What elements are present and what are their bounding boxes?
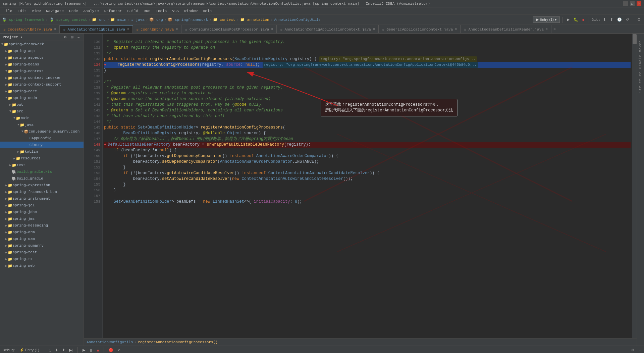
tree-spring-test[interactable]: ▶ 📁 spring-test [0, 249, 84, 256]
tree-spring-instrument[interactable]: ▶ 📁 spring-instrument [0, 195, 84, 202]
breadcrumb-class[interactable]: AnnotationConfigUtils [87, 340, 133, 344]
git-push[interactable]: ⬆ [609, 17, 614, 22]
sidebar-expand[interactable]: ⊞ [69, 35, 75, 40]
tab-close-icon[interactable]: × [373, 28, 375, 31]
right-scrollbar[interactable] [632, 34, 637, 338]
debug-button[interactable]: 🐛 [572, 17, 580, 22]
step-over[interactable]: ⤵ [48, 348, 52, 353]
tree-out[interactable]: ▶ 📁 out [0, 101, 84, 108]
tree-spring-sumarry[interactable]: ▶ 📁 spring-sumarry [0, 242, 84, 249]
tree-spring-aop[interactable]: ▶ 📁 spring-aop [0, 48, 84, 54]
bc-springframework[interactable]: 📦 springframework [168, 17, 208, 22]
bc-src[interactable]: 📁 src [92, 17, 105, 22]
maximize-button[interactable]: □ [630, 1, 635, 6]
menu-edit[interactable]: Edit [15, 8, 28, 14]
menu-run[interactable]: Run [142, 8, 152, 14]
git-update[interactable]: ⬇ [602, 17, 607, 22]
bc-java[interactable]: ☕ java [131, 17, 145, 22]
tab-codestudy-entry[interactable]: ☕ codestudy\Entry.java × [0, 25, 60, 33]
tree-spring-framework[interactable]: ▼ 📁 spring-framework [0, 41, 84, 48]
bc-org[interactable]: 📦 org [149, 17, 163, 22]
tree-java[interactable]: ▼ 📁 java [0, 121, 84, 128]
tab-close-icon[interactable]: × [546, 28, 548, 31]
bc-spring-context[interactable]: 🍃 spring-context [49, 17, 87, 22]
tree-spring-orm[interactable]: ▶ 📁 spring-orm [0, 229, 84, 236]
tree-appconfig[interactable]: ▶ C AppConfig [0, 135, 84, 142]
menu-code[interactable]: Code [67, 8, 80, 14]
tree-resources[interactable]: ▶ 📁 resources [0, 155, 84, 162]
tree-spring-jcl[interactable]: ▶ 📁 spring-jcl [0, 202, 84, 209]
bc-context[interactable]: 📁 context [213, 17, 235, 22]
sidebar-collapse[interactable]: – [76, 35, 81, 40]
tree-spring-web[interactable]: ▶ 📁 spring-web [0, 262, 84, 269]
menu-build[interactable]: Build [125, 8, 140, 14]
menu-tools[interactable]: Tools [154, 8, 169, 14]
mute-breakpoints[interactable]: ⊘ [117, 347, 121, 353]
entry-button[interactable]: ▶ Entry (1) ▾ [533, 16, 560, 23]
play-button[interactable]: ▶ [566, 17, 571, 22]
scrollbar-thumb[interactable] [633, 34, 637, 44]
pause[interactable]: ⏸ [89, 348, 94, 353]
tree-src[interactable]: ▼ 📁 src [0, 108, 84, 115]
tree-spring-core[interactable]: ▶ 📁 spring-core [0, 88, 84, 95]
sidebar-gear[interactable]: ⚙ [62, 35, 68, 40]
menu-file[interactable]: File [1, 8, 14, 14]
menu-analyze[interactable]: Analyze [81, 8, 101, 14]
tree-spring-oxm[interactable]: ▶ 📁 spring-oxm [0, 236, 84, 242]
tree-spring-jdbc[interactable]: ▶ 📁 spring-jdbc [0, 209, 84, 215]
tab-close-icon[interactable]: × [127, 28, 129, 31]
settings-debug[interactable]: ⚙ [631, 347, 635, 353]
tree-spring-framework-bom[interactable]: ▶ 📁 spring-framework-bom [0, 189, 84, 195]
structure-label[interactable]: Structure [639, 71, 642, 93]
tab-close-icon[interactable]: × [176, 28, 178, 31]
maven-label[interactable]: Maven [639, 40, 642, 52]
stop-button[interactable]: ■ [581, 17, 586, 22]
tree-spring-csdn[interactable]: ▼ 📁 spring-csdn [0, 95, 84, 101]
tab-genericapplicationcontext[interactable]: ☕ GenericApplicationContext.java × [379, 25, 461, 33]
tree-spring-context[interactable]: ▼ 📁 spring-context [0, 68, 84, 74]
menu-help[interactable]: Help [201, 8, 214, 14]
run-to-cursor[interactable]: ▶| [68, 347, 73, 353]
debug-entry-btn[interactable]: ⚡ Entry (1) [19, 347, 40, 353]
tree-entry[interactable]: ▶ C Entry [0, 142, 84, 148]
tree-spring-context-support[interactable]: ▶ 📁 spring-context-support [0, 81, 84, 88]
tab-csdn-entry[interactable]: ☕ csdn\Entry.java × [133, 25, 181, 33]
tree-package[interactable]: ▼ 📦 com.eugene.sumarry.csdn [0, 128, 84, 135]
menu-refactor[interactable]: Refactor [102, 8, 124, 14]
tab-configurationclasspostprocessor[interactable]: ☕ ConfigurationClassPostProcessor.java × [181, 25, 277, 33]
tree-spring-tx[interactable]: ▶ 📁 spring-tx [0, 256, 84, 262]
code-editor[interactable]: 130 131 132 133 134 135 136 137 138 139 … [84, 34, 637, 338]
menu-window[interactable]: Window [182, 8, 200, 14]
tree-spring-context-indexer[interactable]: ▶ 📁 spring-context-indexer [0, 74, 84, 81]
tree-main[interactable]: ▼ 📁 main [0, 115, 84, 121]
more-tabs[interactable]: » [551, 27, 558, 32]
minimize-debug[interactable]: – [638, 348, 641, 353]
git-history[interactable]: 🕐 [616, 17, 623, 22]
tree-spring-messaging[interactable]: ▶ 📁 spring-messaging [0, 222, 84, 229]
gradle-side-label[interactable]: Gradle [639, 55, 642, 69]
menu-view[interactable]: View [30, 8, 43, 14]
view-breakpoints[interactable]: 🔴 [108, 347, 114, 353]
stop-debug[interactable]: ■ [96, 348, 100, 353]
tab-annotationconfigapplicationcontext[interactable]: ☕ AnnotationConfigApplicationContext.jav… [277, 25, 379, 33]
bc-annotationconfigutils[interactable]: AnnotationConfigUtils [274, 18, 321, 22]
tree-test[interactable]: ▶ 📁 test [0, 162, 84, 168]
tree-spring-jms[interactable]: ▶ 📁 spring-jms [0, 215, 84, 222]
breadcrumb-method[interactable]: registerAnnotationConfigProcessors() [138, 340, 218, 344]
tree-spring-expression[interactable]: ▶ 📁 spring-expression [0, 182, 84, 189]
tab-close-icon[interactable]: × [271, 28, 273, 31]
minimize-button[interactable]: – [623, 1, 628, 6]
tree-spring-beans[interactable]: ▶ 📁 spring-beans [0, 61, 84, 68]
code-content[interactable]: * Register all relevant annotation post … [103, 34, 632, 338]
step-into[interactable]: ⬇ [54, 347, 59, 353]
tab-close-icon[interactable]: × [455, 28, 457, 31]
tree-build-gradle[interactable]: ▶ 🐘 Build_gradle [0, 175, 84, 182]
tree-spring-aspects[interactable]: ▶ 📁 spring-aspects [0, 54, 84, 61]
close-button[interactable]: ✕ [637, 1, 641, 6]
bc-main[interactable]: 📁 main [110, 17, 126, 22]
menu-navigate[interactable]: Navigate [44, 8, 66, 14]
tab-close-icon[interactable]: × [54, 28, 56, 31]
bc-annotation[interactable]: 📁 annotation [240, 17, 269, 22]
title-controls[interactable]: – □ ✕ [623, 1, 641, 6]
step-out[interactable]: ⬆ [61, 347, 66, 353]
